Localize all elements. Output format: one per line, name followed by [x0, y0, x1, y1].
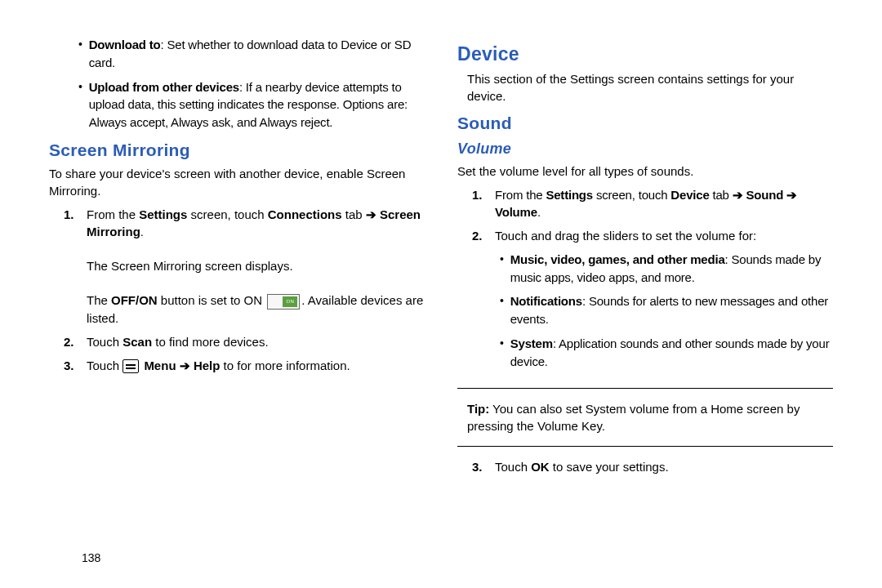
text: screen, touch	[593, 188, 670, 202]
text: The	[87, 293, 111, 307]
step-2: 2. Touch and drag the sliders to set the…	[472, 227, 833, 377]
text-bold: OFF/ON	[111, 293, 158, 307]
text-bold: Sound	[746, 188, 784, 202]
step-body: From the Settings screen, touch Connecti…	[87, 206, 425, 327]
step-body: Touch OK to save your settings.	[495, 458, 669, 475]
menu-icon	[122, 359, 139, 373]
divider	[457, 388, 833, 389]
text-bold: Menu	[144, 359, 176, 372]
arrow-icon: ➔	[733, 188, 743, 202]
heading-sound: Sound	[457, 111, 833, 135]
bullet-notifications: • Notifications: Sounds for alerts to ne…	[500, 292, 833, 328]
volume-steps: 1. From the Settings screen, touch Devic…	[472, 186, 833, 377]
text: to save your settings.	[550, 460, 669, 474]
on-label: ON	[283, 296, 297, 307]
text: to for more information.	[220, 359, 350, 372]
bullet-text: Upload from other devices: If a nearby d…	[89, 78, 425, 131]
volume-intro: Set the volume level for all types of so…	[457, 163, 833, 180]
step-number: 3.	[472, 458, 487, 475]
heading-device: Device	[457, 41, 833, 67]
step-3: 3. Touch OK to save your settings.	[472, 458, 833, 475]
text: tab	[710, 188, 733, 202]
step-number: 3.	[64, 357, 78, 374]
step-body: From the Settings screen, touch Device t…	[495, 186, 833, 220]
text: Touch	[87, 335, 122, 349]
text: screen, touch	[187, 207, 267, 221]
bullet-download-to: • Download to: Set whether to download d…	[78, 36, 425, 72]
text-bold: Help	[194, 359, 220, 372]
text: From the	[87, 207, 139, 221]
bullet-dot: •	[78, 78, 82, 131]
text: button is set to ON	[158, 293, 266, 307]
text: Touch	[495, 460, 531, 474]
text-bold: Connections	[268, 207, 342, 221]
tip-text: You can also set System volume from a Ho…	[467, 402, 800, 433]
device-intro: This section of the Settings screen cont…	[467, 70, 833, 105]
left-column: • Download to: Set whether to download d…	[49, 33, 425, 572]
text: From the	[495, 188, 546, 202]
on-toggle-icon: ON	[267, 294, 300, 310]
bullet-bold: System	[510, 336, 553, 350]
text: tab	[342, 207, 366, 221]
bullet-upload-from: • Upload from other devices: If a nearby…	[78, 78, 425, 131]
bullet-text: Download to: Set whether to download dat…	[89, 36, 425, 72]
text-bold: Settings	[546, 188, 593, 202]
step-1: 1. From the Settings screen, touch Conne…	[64, 206, 425, 327]
tip: Tip: You can also set System volume from…	[467, 400, 833, 434]
mirroring-steps: 1. From the Settings screen, touch Conne…	[64, 206, 425, 374]
arrow-icon: ➔	[180, 359, 190, 372]
bullet-system: • System: Application sounds and other s…	[500, 335, 833, 371]
bullet-text: Notifications: Sounds for alerts to new …	[510, 292, 833, 328]
step-2: 2. Touch Scan to find more devices.	[64, 333, 425, 350]
step-1: 1. From the Settings screen, touch Devic…	[472, 186, 833, 220]
bullet-bold: Upload from other devices	[89, 80, 239, 94]
divider	[457, 446, 833, 447]
mirroring-intro: To share your device's screen with anoth…	[49, 165, 425, 199]
bullet-bold: Download to	[89, 38, 161, 51]
bullet-dot: •	[78, 36, 82, 72]
heading-screen-mirroring: Screen Mirroring	[49, 138, 425, 162]
bullet-music: • Music, video, games, and other media: …	[500, 251, 833, 287]
text: Touch and drag the sliders to set the vo…	[495, 229, 756, 243]
bullet-text: System: Application sounds and other sou…	[510, 335, 833, 371]
step-body: Touch Menu ➔ Help to for more informatio…	[87, 357, 350, 374]
step-number: 1.	[64, 206, 78, 327]
bullet-bold-rest: , video, games, and other media	[544, 252, 724, 266]
step-number: 2.	[472, 227, 487, 377]
bullet-rest: : Application sounds and other sounds ma…	[510, 336, 830, 368]
volume-steps-cont: 3. Touch OK to save your settings.	[472, 458, 833, 475]
step-body: Touch and drag the sliders to set the vo…	[495, 227, 833, 377]
bullet-text: Music, video, games, and other media: So…	[510, 251, 833, 287]
bullet-dot: •	[500, 335, 504, 371]
text-bold: Scan	[122, 335, 152, 349]
text-bold: Volume	[495, 205, 537, 219]
tip-bold: Tip:	[467, 402, 489, 416]
bullet-dot: •	[500, 292, 504, 328]
arrow-icon: ➔	[366, 207, 376, 221]
page-number: 138	[82, 550, 100, 567]
heading-volume: Volume	[457, 139, 833, 159]
volume-bullets: • Music, video, games, and other media: …	[500, 251, 833, 371]
step-3: 3. Touch Menu ➔ Help to for more informa…	[64, 357, 425, 374]
text-bold: OK	[531, 460, 550, 474]
bullet-dot: •	[500, 251, 504, 287]
step-number: 2.	[64, 333, 78, 350]
step-number: 1.	[472, 186, 487, 220]
text: Touch	[87, 359, 122, 372]
right-column: Device This section of the Settings scre…	[457, 33, 833, 572]
bullet-bold: Music	[510, 252, 545, 266]
arrow-icon: ➔	[786, 188, 797, 202]
bullet-bold: Notifications	[510, 294, 582, 308]
text-bold: Device	[670, 188, 709, 202]
text-bold: Settings	[139, 207, 187, 221]
download-bullets: • Download to: Set whether to download d…	[78, 36, 425, 131]
step-body: Touch Scan to find more devices.	[87, 333, 269, 350]
text: The Screen Mirroring screen displays.	[87, 259, 293, 273]
text: to find more devices.	[152, 335, 269, 349]
